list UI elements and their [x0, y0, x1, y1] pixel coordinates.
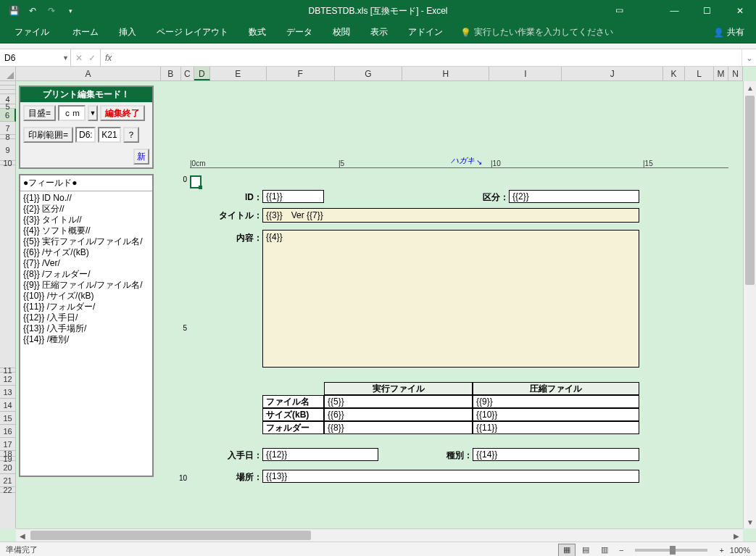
- minimize-icon[interactable]: ―: [658, 0, 691, 22]
- field-item[interactable]: {{12}} /入手日/: [23, 312, 149, 323]
- view-normal-icon[interactable]: ▦: [558, 544, 576, 557]
- row-header[interactable]: 6: [0, 109, 16, 122]
- tab-home[interactable]: ホーム: [62, 22, 109, 43]
- row-header[interactable]: 22: [0, 487, 15, 493]
- view-page-layout-icon[interactable]: ▤: [577, 544, 594, 557]
- tab-file[interactable]: ファイル: [4, 22, 62, 43]
- redo-icon[interactable]: ↷: [43, 3, 59, 19]
- ribbon-options-icon[interactable]: ▭: [609, 0, 629, 20]
- sheet-content[interactable]: プリント編集モード！ 目盛= ｃｍ ▼ 編集終了 印刷範囲= D6: K21 ？…: [16, 81, 743, 528]
- unit-select[interactable]: ｃｍ: [58, 105, 86, 121]
- filename-exec[interactable]: {{5}}: [324, 395, 473, 408]
- zoom-level[interactable]: 100%: [730, 546, 750, 555]
- date-value[interactable]: {{12}}: [262, 448, 378, 461]
- kubun-value[interactable]: {{2}}: [509, 190, 639, 203]
- column-header[interactable]: J: [562, 67, 663, 80]
- field-item[interactable]: {{11}} /フォルダー/: [23, 302, 149, 312]
- tab-formulas[interactable]: 数式: [238, 22, 276, 43]
- range-from-input[interactable]: D6:: [75, 127, 96, 143]
- tab-review[interactable]: 校閲: [323, 22, 360, 43]
- zoom-out-icon[interactable]: −: [619, 546, 623, 555]
- scroll-down-icon[interactable]: ▼: [744, 515, 756, 528]
- row-header[interactable]: 15: [0, 412, 15, 425]
- row-header[interactable]: 16: [0, 425, 15, 438]
- field-item[interactable]: {{6}} /サイズ/(kB): [23, 247, 149, 258]
- scale-label-button[interactable]: 目盛=: [23, 105, 56, 121]
- id-value[interactable]: {{1}}: [262, 190, 324, 203]
- range-to-input[interactable]: K21: [98, 127, 121, 143]
- tab-insert[interactable]: 挿入: [109, 22, 146, 43]
- title-value[interactable]: {{3}} Ver {{7}}: [262, 208, 639, 223]
- horizontal-scrollbar[interactable]: ◀ ▶: [16, 528, 743, 542]
- scroll-thumb[interactable]: [745, 96, 755, 285]
- tab-view[interactable]: 表示: [360, 22, 398, 43]
- field-item[interactable]: {{13}} /入手場所/: [23, 323, 149, 334]
- place-value[interactable]: {{13}}: [262, 470, 639, 483]
- field-item[interactable]: {{10}} /サイズ/(kB): [23, 291, 149, 302]
- field-item[interactable]: {{14}} /種別/: [23, 334, 149, 345]
- content-value[interactable]: {{4}}: [262, 230, 639, 368]
- qat-customize-icon[interactable]: ▾: [62, 3, 78, 19]
- end-edit-button[interactable]: 編集終了: [100, 105, 145, 121]
- scroll-up-icon[interactable]: ▲: [744, 81, 756, 94]
- formula-input[interactable]: [116, 49, 742, 66]
- share-button[interactable]: 👤 共有: [713, 26, 752, 38]
- row-header[interactable]: 13: [0, 386, 15, 399]
- column-header[interactable]: I: [489, 67, 562, 80]
- select-all-corner[interactable]: [0, 67, 16, 81]
- field-item[interactable]: {{8}} /フォルダー/: [23, 269, 149, 280]
- undo-icon[interactable]: ↶: [25, 3, 41, 19]
- column-header[interactable]: K: [663, 67, 685, 80]
- row-headers[interactable]: 45678910111213141516171819202122: [0, 81, 16, 528]
- column-header[interactable]: F: [267, 67, 335, 80]
- vertical-scrollbar[interactable]: ▲ ▼: [743, 81, 756, 528]
- cancel-formula-icon[interactable]: ✕: [75, 53, 83, 63]
- field-item[interactable]: {{9}} 圧縮ファイル/ファイル名/: [23, 280, 149, 291]
- scroll-left-icon[interactable]: ◀: [16, 529, 29, 542]
- column-header[interactable]: C: [181, 67, 194, 80]
- column-header[interactable]: A: [16, 67, 161, 80]
- row-header[interactable]: 9: [0, 139, 15, 161]
- tab-addins[interactable]: アドイン: [398, 22, 453, 43]
- new-button[interactable]: 新: [133, 149, 149, 165]
- enter-formula-icon[interactable]: ✓: [88, 53, 96, 63]
- zoom-in-icon[interactable]: +: [719, 546, 723, 555]
- save-icon[interactable]: 💾: [6, 3, 22, 19]
- type-value[interactable]: {{14}}: [473, 448, 639, 461]
- field-item[interactable]: {{7}} /Ver/: [23, 258, 149, 269]
- tab-page-layout[interactable]: ページ レイアウト: [146, 22, 238, 43]
- column-header[interactable]: G: [335, 67, 403, 80]
- tab-data[interactable]: データ: [276, 22, 323, 43]
- expand-formula-icon[interactable]: ⌄: [742, 49, 756, 66]
- fx-icon[interactable]: fx: [101, 49, 116, 66]
- field-list[interactable]: {{1}} ID No.//{{2}} 区分//{{3}} タイトル//{{4}…: [20, 191, 152, 347]
- worksheet-grid[interactable]: ABCDEFGHIJKLMN 4567891011121314151617181…: [0, 67, 756, 542]
- unit-dropdown-icon[interactable]: ▼: [88, 105, 98, 121]
- column-header[interactable]: E: [210, 67, 267, 80]
- field-item[interactable]: {{3}} タイトル//: [23, 215, 149, 225]
- view-page-break-icon[interactable]: ▥: [596, 544, 613, 557]
- column-header[interactable]: H: [402, 67, 489, 80]
- folder-exec[interactable]: {{8}}: [324, 421, 473, 434]
- tell-me-search[interactable]: 💡 実行したい作業を入力してください: [460, 26, 613, 38]
- print-range-button[interactable]: 印刷範囲=: [23, 127, 73, 143]
- row-header[interactable]: 14: [0, 399, 15, 412]
- name-box[interactable]: D6 ▼: [0, 49, 71, 66]
- field-item[interactable]: {{5}} 実行ファイル/ファイル名/: [23, 236, 149, 247]
- close-icon[interactable]: ✕: [723, 0, 756, 22]
- filename-zip[interactable]: {{9}}: [473, 395, 639, 408]
- scroll-thumb[interactable]: [30, 531, 311, 540]
- column-headers[interactable]: ABCDEFGHIJKLMN: [16, 67, 743, 81]
- maximize-icon[interactable]: ☐: [691, 0, 723, 22]
- folder-zip[interactable]: {{11}}: [473, 421, 639, 434]
- column-header[interactable]: D: [194, 67, 210, 80]
- help-button[interactable]: ？: [123, 127, 139, 143]
- row-header[interactable]: 20: [0, 461, 15, 474]
- size-exec[interactable]: {{6}}: [324, 408, 473, 421]
- column-header[interactable]: M: [714, 67, 728, 80]
- column-header[interactable]: N: [728, 67, 743, 80]
- field-item[interactable]: {{2}} 区分//: [23, 204, 149, 215]
- row-header[interactable]: 12: [0, 373, 15, 386]
- field-item[interactable]: {{1}} ID No.//: [23, 193, 149, 204]
- column-header[interactable]: B: [161, 67, 181, 80]
